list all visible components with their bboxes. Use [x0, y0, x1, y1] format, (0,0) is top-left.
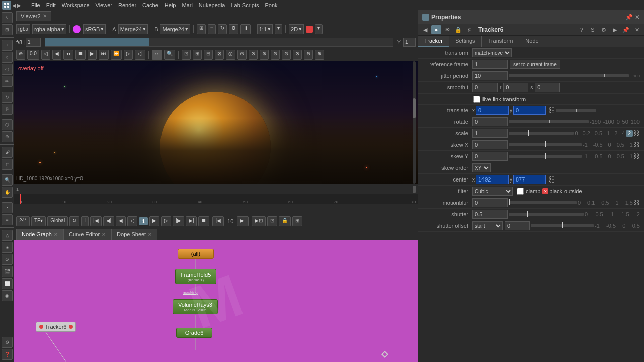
- menu-cache[interactable]: Cache: [142, 2, 158, 8]
- jitter-period-input[interactable]: [472, 71, 508, 80]
- timeline-ruler[interactable]: 1 10 20 30 40 50 60 70 70: [14, 194, 418, 204]
- viewer-settings-btn[interactable]: ⚙: [229, 24, 238, 34]
- viewer-play-btn[interactable]: ▶⊡: [252, 216, 266, 226]
- motionblur-slider[interactable]: [509, 201, 577, 204]
- node-grade[interactable]: Grade6: [176, 328, 212, 338]
- viewer-icon-zoom[interactable]: 🔍: [164, 50, 175, 60]
- viewer-close-btn[interactable]: ✕: [43, 13, 47, 19]
- color-space-dropdown[interactable]: rgba: [16, 24, 30, 34]
- fps-display[interactable]: 24*: [16, 216, 30, 226]
- play-back-btn[interactable]: ◀: [116, 216, 126, 226]
- shutter-offset-select[interactable]: start center end: [472, 221, 503, 230]
- viewer-grid-btn[interactable]: ⊞: [197, 24, 206, 34]
- viewer-scrollbar[interactable]: [413, 61, 416, 184]
- tool-eraser[interactable]: ◻: [2, 159, 13, 170]
- set-to-current-frame-btn[interactable]: set to current frame: [510, 60, 560, 69]
- tool-misc8[interactable]: ◉: [2, 290, 13, 301]
- tab-curve-editor[interactable]: Curve Editor ✕: [63, 229, 111, 240]
- center-chain-icon[interactable]: ⛓: [548, 175, 555, 184]
- viewer-icon-7[interactable]: ▶: [88, 50, 97, 60]
- prop-icon-help[interactable]: ?: [577, 25, 587, 34]
- viewer-stop-icon[interactable]: ⊡: [267, 216, 277, 226]
- tool-tracker[interactable]: ⊕: [2, 131, 13, 142]
- viewer-icon-3[interactable]: ◁: [41, 50, 50, 60]
- menu-ponk[interactable]: Ponk: [265, 2, 277, 8]
- viewer-extra-btn[interactable]: ▾: [315, 24, 323, 34]
- viewer-icon-1[interactable]: ⊕: [16, 50, 25, 60]
- node-volumerays[interactable]: VolumeRays3 Mar 20 2005: [173, 299, 218, 314]
- viewer-scrollbar-thumb[interactable]: [413, 98, 416, 118]
- viewer-icon-c[interactable]: ⊟: [204, 50, 213, 60]
- viewer-icon-4[interactable]: ◀: [52, 50, 61, 60]
- timeline-scrollbar-btn[interactable]: [413, 186, 416, 193]
- skew-y-chain-icon[interactable]: ⛓: [634, 153, 640, 160]
- viewer-refresh-btn[interactable]: ↻: [218, 24, 227, 34]
- tool-misc3[interactable]: △: [2, 230, 13, 241]
- smooth-s-input[interactable]: [535, 83, 560, 92]
- viewer-icon-g[interactable]: ⊘: [249, 50, 258, 60]
- viewer-icon-11[interactable]: ◁|: [135, 50, 145, 60]
- viewer-icon-h[interactable]: ⊛: [260, 50, 269, 60]
- smooth-t-input[interactable]: [472, 83, 498, 92]
- tool-clone[interactable]: ⎘: [2, 104, 13, 115]
- menu-edit[interactable]: Edit: [46, 2, 56, 8]
- viewer-icon-b[interactable]: ⊞: [193, 50, 202, 60]
- tool-paint[interactable]: 🖌: [2, 147, 13, 158]
- prop-icon-lock[interactable]: 🔒: [453, 25, 463, 34]
- prop-tab-tracker[interactable]: Tracker: [418, 36, 449, 47]
- menu-help[interactable]: Help: [165, 2, 176, 8]
- jitter-slider[interactable]: [509, 74, 629, 77]
- lut-dropdown[interactable]: sRGB▾: [83, 24, 106, 34]
- motionblur-chain-icon[interactable]: ⛓: [634, 199, 640, 206]
- menu-lab-scripts[interactable]: Lab Scripts: [231, 2, 259, 8]
- tab-node-graph[interactable]: Node Graph ✕: [16, 229, 63, 240]
- viewer-icon-5[interactable]: ⏮: [63, 50, 73, 60]
- skew-x-chain-icon[interactable]: ⛓: [634, 141, 640, 148]
- viewer-icon-f[interactable]: ⊙: [237, 50, 247, 60]
- skew-x-input[interactable]: [472, 140, 508, 149]
- center-y-input[interactable]: [513, 175, 546, 184]
- close-dope-sheet[interactable]: ✕: [148, 232, 152, 237]
- menu-file[interactable]: File: [31, 2, 40, 8]
- tool-misc5[interactable]: ⊙: [2, 254, 13, 265]
- menu-workspace[interactable]: Workspace: [62, 2, 90, 8]
- tool-misc6[interactable]: 🎬: [2, 266, 13, 277]
- record-btn[interactable]: [306, 26, 313, 33]
- tool-node[interactable]: ⬡: [2, 119, 13, 130]
- rotate-input[interactable]: [472, 117, 508, 126]
- prop-tab-node[interactable]: Node: [519, 36, 545, 47]
- viewer-icon-8[interactable]: ⏭: [99, 50, 109, 60]
- prop-icon-active[interactable]: ●: [431, 25, 441, 34]
- prop-icon-eye[interactable]: 👁: [442, 25, 452, 34]
- menu-viewer[interactable]: Viewer: [96, 2, 112, 8]
- to-end-btn[interactable]: ▶|: [186, 216, 197, 226]
- mode-dropdown[interactable]: 2D▾: [289, 24, 304, 34]
- shutter-offset-input[interactable]: [505, 221, 530, 230]
- tool-hand[interactable]: ✋: [2, 187, 13, 198]
- viewer-pause-btn[interactable]: ⏸: [240, 24, 251, 34]
- menu-render[interactable]: Render: [118, 2, 136, 8]
- viewer-icon-a[interactable]: ⊡: [182, 50, 191, 60]
- viewer-icon-10[interactable]: ▷: [124, 50, 133, 60]
- node-all[interactable]: (all): [178, 249, 214, 259]
- scale-input[interactable]: [472, 129, 508, 138]
- viewer-list-btn[interactable]: ≡: [208, 24, 216, 34]
- tool-bottom1[interactable]: ⚙: [2, 337, 13, 348]
- input-b-dropdown[interactable]: Merge24▾: [160, 24, 190, 34]
- step-back-btn[interactable]: ◀|: [103, 216, 115, 226]
- shutter-slider[interactable]: [509, 213, 584, 216]
- motionblur-input[interactable]: [472, 198, 508, 207]
- transform-select[interactable]: match-move stabilize: [472, 48, 512, 57]
- menu-mari[interactable]: Mari: [182, 2, 192, 8]
- shutter-input[interactable]: [472, 210, 508, 219]
- translate-y-input[interactable]: [513, 106, 546, 115]
- viewer-icon-2[interactable]: 0.0: [27, 50, 39, 60]
- rotate-slider[interactable]: [509, 120, 589, 123]
- to-end-viewer-btn[interactable]: ▶|: [237, 216, 249, 226]
- prop-tab-settings[interactable]: Settings: [449, 36, 482, 47]
- close-node-graph[interactable]: ✕: [54, 232, 58, 237]
- playmode-btn[interactable]: I: [81, 216, 89, 226]
- input-a-dropdown[interactable]: Merge24▾: [118, 24, 148, 34]
- coord-y-input[interactable]: [403, 38, 416, 47]
- clamp-checkbox[interactable]: [517, 188, 524, 195]
